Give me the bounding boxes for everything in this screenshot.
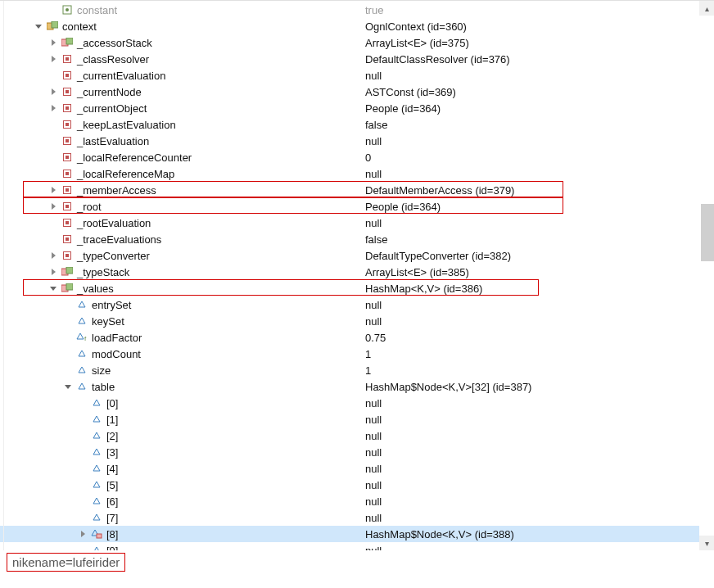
tree-row[interactable]: contextOgnlContext (id=360)	[0, 18, 714, 34]
tree-row[interactable]: _currentEvaluationnull	[0, 67, 714, 84]
name-cell[interactable]: [5]	[0, 477, 362, 493]
tree-row[interactable]: modCount1	[0, 346, 714, 362]
name-cell[interactable]: _localReferenceMap	[0, 165, 362, 182]
expand-icon[interactable]	[47, 102, 59, 114]
tree-row[interactable]: [7]null	[0, 509, 714, 526]
name-cell[interactable]: size	[0, 362, 362, 378]
collapse-icon[interactable]	[33, 20, 44, 32]
name-cell[interactable]: _typeConverter	[0, 247, 362, 264]
name-cell[interactable]: _root	[0, 198, 362, 215]
expand-placeholder	[62, 364, 74, 376]
vertical-scrollbar[interactable]: ▴ ▾	[699, 1, 714, 550]
name-cell[interactable]: _lastEvaluation	[0, 133, 362, 149]
name-cell[interactable]: _currentNode	[0, 84, 362, 100]
scroll-track[interactable]	[699, 16, 714, 536]
collapse-icon[interactable]	[47, 283, 59, 294]
name-cell[interactable]: [7]	[0, 509, 362, 526]
tree-row[interactable]: constanttrue	[0, 2, 714, 18]
expand-icon[interactable]	[47, 184, 59, 196]
tree-row[interactable]: _rootEvaluationnull	[0, 215, 714, 231]
name-cell[interactable]: entrySet	[0, 296, 362, 313]
name-cell[interactable]: [8]	[0, 526, 362, 542]
tree-row[interactable]: _rootPeople (id=364)	[0, 198, 714, 215]
tree-row[interactable]: tableHashMap$Node<K,V>[32] (id=387)	[0, 378, 714, 395]
scroll-thumb[interactable]	[701, 204, 714, 261]
tree-row[interactable]: [3]null	[0, 444, 714, 460]
tree-row[interactable]: _classResolverDefaultClassResolver (id=3…	[0, 51, 714, 67]
expand-placeholder	[47, 70, 59, 81]
tree-row[interactable]: entrySetnull	[0, 296, 714, 313]
tree-row[interactable]: _traceEvaluationsfalse	[0, 231, 714, 247]
name-cell[interactable]: _rootEvaluation	[0, 215, 362, 231]
scroll-up-button[interactable]: ▴	[699, 1, 714, 16]
name-cell[interactable]: [6]	[0, 493, 362, 509]
field-red-icon	[61, 118, 74, 131]
name-cell[interactable]: _keepLastEvaluation	[0, 116, 362, 133]
tree-row[interactable]: keySetnull	[0, 313, 714, 329]
tree-row[interactable]: [8]HashMap$Node<K,V> (id=388)	[0, 526, 714, 542]
tree-row[interactable]: [0]null	[0, 395, 714, 411]
tree-row[interactable]: [5]null	[0, 477, 714, 493]
tree-row[interactable]: _accessorStackArrayList<E> (id=375)	[0, 34, 714, 51]
tree-row[interactable]: _currentNodeASTConst (id=369)	[0, 84, 714, 100]
tree-row[interactable]: _memberAccessDefaultMemberAccess (id=379…	[0, 182, 714, 198]
name-cell[interactable]: context	[0, 18, 362, 34]
name-cell[interactable]: keySet	[0, 313, 362, 329]
tree-row[interactable]: [4]null	[0, 460, 714, 477]
variables-tree[interactable]: constanttruecontextOgnlContext (id=360)_…	[0, 2, 714, 550]
name-cell[interactable]: _accessorStack	[0, 34, 362, 51]
expand-icon[interactable]	[47, 86, 59, 97]
tree-row[interactable]: _currentObjectPeople (id=364)	[0, 100, 714, 116]
expand-icon[interactable]	[47, 266, 59, 278]
variable-value: DefaultTypeConverter (id=382)	[362, 250, 714, 262]
name-cell[interactable]: _currentEvaluation	[0, 67, 362, 84]
expand-icon[interactable]	[47, 201, 59, 212]
tree-row[interactable]: _localReferenceCounter0	[0, 149, 714, 165]
tree-row[interactable]: [2]null	[0, 427, 714, 444]
variable-value: false	[362, 119, 714, 131]
name-cell[interactable]: [3]	[0, 444, 362, 460]
tree-row[interactable]: [1]null	[0, 411, 714, 427]
tree-row[interactable]: [6]null	[0, 493, 714, 509]
tree-row[interactable]: _typeStackArrayList<E> (id=385)	[0, 264, 714, 280]
name-cell[interactable]: _typeStack	[0, 264, 362, 280]
tree-row[interactable]: _lastEvaluationnull	[0, 133, 714, 149]
name-cell[interactable]: table	[0, 378, 362, 395]
name-cell[interactable]: constant	[0, 2, 362, 18]
svg-rect-20	[66, 123, 69, 126]
name-cell[interactable]: [0]	[0, 395, 362, 411]
name-cell[interactable]: _memberAccess	[0, 182, 362, 198]
svg-rect-12	[66, 74, 69, 77]
svg-rect-36	[66, 237, 69, 241]
name-cell[interactable]: [4]	[0, 460, 362, 477]
variable-name: _traceEvaluations	[77, 233, 161, 246]
tree-row[interactable]: _typeConverterDefaultTypeConverter (id=3…	[0, 247, 714, 264]
name-cell[interactable]: _classResolver	[0, 51, 362, 67]
name-cell[interactable]: _traceEvaluations	[0, 231, 362, 247]
name-cell[interactable]: _localReferenceCounter	[0, 149, 362, 165]
scroll-down-button[interactable]: ▾	[699, 536, 714, 550]
expand-icon[interactable]	[47, 53, 59, 65]
tree-row[interactable]: _valuesHashMap<K,V> (id=386)	[0, 280, 714, 296]
name-cell[interactable]: floadFactor	[0, 329, 362, 346]
name-cell[interactable]: _values	[0, 280, 362, 296]
expand-icon[interactable]	[77, 528, 88, 540]
name-cell[interactable]: modCount	[0, 346, 362, 362]
svg-marker-62	[81, 531, 85, 537]
name-cell[interactable]: [1]	[0, 411, 362, 427]
tree-row[interactable]: [9]null	[0, 542, 714, 550]
name-cell[interactable]: [2]	[0, 427, 362, 444]
tree-row[interactable]: _localReferenceMapnull	[0, 165, 714, 182]
tree-row[interactable]: _keepLastEvaluationfalse	[0, 116, 714, 133]
triangle-icon	[75, 314, 88, 328]
indent	[0, 182, 47, 198]
tree-row[interactable]: floadFactor0.75	[0, 329, 714, 346]
field-red-icon	[61, 249, 74, 262]
expand-icon[interactable]	[47, 250, 59, 261]
expand-icon[interactable]	[47, 37, 59, 48]
name-cell[interactable]: [9]	[0, 542, 362, 550]
collapse-icon[interactable]	[62, 381, 74, 392]
variable-value: null	[362, 512, 714, 524]
tree-row[interactable]: size1	[0, 362, 714, 378]
name-cell[interactable]: _currentObject	[0, 100, 362, 116]
